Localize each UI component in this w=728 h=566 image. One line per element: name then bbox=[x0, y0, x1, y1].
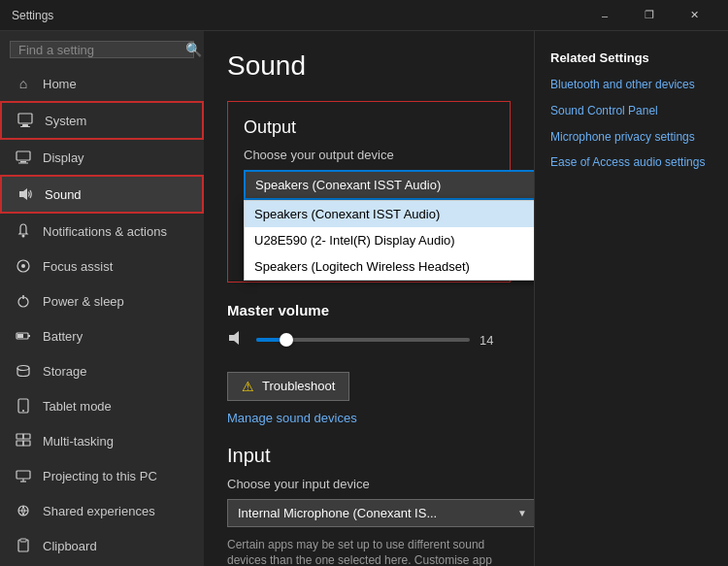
volume-row: 14 bbox=[227, 328, 511, 352]
sidebar-system-label: System bbox=[45, 114, 86, 128]
sidebar-item-notifications[interactable]: Notifications & actions bbox=[0, 214, 204, 249]
input-dropdown-value: Internal Microphone (Conexant IS... bbox=[238, 506, 437, 520]
titlebar-controls: – ❐ ✕ bbox=[582, 0, 716, 31]
notifications-icon bbox=[16, 223, 31, 239]
dropdown-option[interactable]: U28E590 (2- Intel(R) Display Audio) bbox=[245, 227, 534, 253]
svg-rect-2 bbox=[20, 126, 30, 127]
sidebar-display-label: Display bbox=[43, 150, 84, 165]
sidebar-item-projecting[interactable]: Projecting to this PC bbox=[0, 458, 204, 493]
sidebar-search-container[interactable]: 🔍 bbox=[10, 41, 194, 58]
titlebar: Settings – ❐ ✕ bbox=[0, 0, 728, 31]
svg-rect-3 bbox=[17, 151, 30, 160]
sidebar-sound-label: Sound bbox=[45, 187, 82, 202]
dropdown-selected-value[interactable]: Speakers (Conexant ISST Audio) ▼ bbox=[244, 170, 534, 200]
sound-icon bbox=[17, 186, 33, 202]
storage-icon bbox=[16, 363, 31, 379]
dropdown-option[interactable]: Speakers (Conexant ISST Audio) bbox=[245, 201, 534, 227]
main-content: Sound Output Choose your output device S… bbox=[204, 31, 534, 566]
power-icon bbox=[16, 293, 31, 309]
svg-point-7 bbox=[22, 235, 25, 238]
volume-icon bbox=[227, 328, 247, 352]
sidebar-focus-label: Focus assist bbox=[43, 259, 113, 274]
related-link-sound-control[interactable]: Sound Control Panel bbox=[550, 103, 712, 119]
close-button[interactable]: ✕ bbox=[672, 0, 716, 31]
sidebar-item-focus[interactable]: Focus assist bbox=[0, 249, 204, 283]
troubleshoot-label: Troubleshoot bbox=[262, 379, 335, 393]
related-link-bluetooth[interactable]: Bluetooth and other devices bbox=[550, 77, 712, 93]
sidebar-clipboard-label: Clipboard bbox=[43, 539, 97, 553]
svg-rect-1 bbox=[22, 124, 28, 126]
choose-output-label: Choose your output device bbox=[244, 148, 494, 162]
sidebar-item-display[interactable]: Display bbox=[0, 140, 204, 175]
shared-icon bbox=[16, 503, 31, 518]
svg-rect-20 bbox=[17, 441, 23, 446]
dropdown-options-list: Speakers (Conexant ISST Audio) U28E590 (… bbox=[244, 200, 534, 281]
multitasking-icon bbox=[16, 433, 31, 449]
svg-rect-14 bbox=[17, 334, 23, 338]
sidebar-item-shared[interactable]: Shared experiences bbox=[0, 493, 204, 528]
volume-value: 14 bbox=[480, 333, 499, 348]
search-icon: 🔍 bbox=[185, 42, 202, 57]
svg-marker-33 bbox=[229, 331, 239, 345]
svg-rect-22 bbox=[17, 471, 30, 479]
svg-point-9 bbox=[21, 264, 25, 268]
dropdown-option[interactable]: Speakers (Logitech Wireless Headset) bbox=[245, 253, 534, 280]
svg-rect-13 bbox=[28, 335, 30, 337]
sidebar-item-clipboard[interactable]: Clipboard bbox=[0, 528, 204, 563]
volume-slider-thumb[interactable] bbox=[280, 333, 293, 347]
svg-marker-6 bbox=[19, 188, 27, 200]
sidebar-battery-label: Battery bbox=[43, 329, 83, 344]
svg-rect-28 bbox=[20, 539, 26, 542]
sidebar-item-home[interactable]: ⌂ Home bbox=[0, 66, 204, 101]
tablet-icon bbox=[16, 398, 31, 414]
svg-rect-19 bbox=[23, 434, 30, 439]
master-volume-title: Master volume bbox=[227, 302, 511, 318]
clipboard-icon bbox=[16, 538, 31, 553]
battery-icon bbox=[16, 328, 31, 344]
search-input[interactable] bbox=[18, 43, 182, 57]
svg-rect-0 bbox=[18, 114, 32, 123]
sidebar-notifications-label: Notifications & actions bbox=[43, 224, 167, 239]
svg-rect-5 bbox=[18, 163, 28, 164]
sidebar-item-sound[interactable]: Sound bbox=[0, 175, 204, 214]
display-icon bbox=[16, 150, 31, 165]
master-volume-section: Master volume 14 bbox=[227, 302, 511, 352]
output-device-dropdown[interactable]: Speakers (Conexant ISST Audio) ▼ Speaker… bbox=[244, 170, 534, 200]
chevron-down-icon: ▼ bbox=[517, 508, 527, 518]
sidebar-item-battery[interactable]: Battery bbox=[0, 318, 204, 353]
related-link-ease-of-access[interactable]: Ease of Access audio settings bbox=[550, 154, 712, 171]
sidebar-shared-label: Shared experiences bbox=[43, 504, 155, 518]
related-settings-title: Related Settings bbox=[550, 50, 712, 65]
svg-rect-4 bbox=[20, 161, 26, 163]
output-section: Output Choose your output device Speaker… bbox=[227, 101, 511, 283]
choose-input-label: Choose your input device bbox=[227, 477, 511, 491]
sidebar-item-storage[interactable]: Storage bbox=[0, 353, 204, 388]
sidebar-nav: ⌂ Home System Display bbox=[0, 66, 204, 566]
sidebar-item-system[interactable]: System bbox=[0, 101, 204, 140]
sidebar-multitasking-label: Multi-tasking bbox=[43, 434, 114, 449]
sidebar-item-tablet[interactable]: Tablet mode bbox=[0, 388, 204, 423]
manage-sound-devices-link[interactable]: Manage sound devices bbox=[227, 411, 357, 425]
output-troubleshoot-button[interactable]: ⚠ Troubleshoot bbox=[227, 372, 349, 401]
svg-rect-21 bbox=[23, 441, 30, 446]
maximize-button[interactable]: ❐ bbox=[627, 0, 672, 31]
svg-point-17 bbox=[22, 410, 24, 412]
system-icon bbox=[17, 113, 33, 128]
sidebar-power-label: Power & sleep bbox=[43, 294, 124, 309]
input-title: Input bbox=[227, 445, 511, 467]
minimize-button[interactable]: – bbox=[582, 0, 627, 31]
warning-icon: ⚠ bbox=[242, 379, 254, 394]
svg-rect-18 bbox=[17, 434, 23, 439]
related-link-microphone-privacy[interactable]: Microphone privacy settings bbox=[550, 129, 712, 146]
volume-slider[interactable] bbox=[256, 338, 470, 342]
sidebar-item-power[interactable]: Power & sleep bbox=[0, 283, 204, 318]
sidebar-storage-label: Storage bbox=[43, 364, 87, 379]
sidebar-item-label: Home bbox=[43, 77, 77, 91]
sidebar: 🔍 ⌂ Home System Display bbox=[0, 31, 204, 566]
home-icon: ⌂ bbox=[16, 76, 31, 91]
svg-point-15 bbox=[17, 366, 29, 371]
sidebar-tablet-label: Tablet mode bbox=[43, 399, 112, 414]
input-device-dropdown[interactable]: Internal Microphone (Conexant IS... ▼ bbox=[227, 499, 534, 527]
sidebar-item-multitasking[interactable]: Multi-tasking bbox=[0, 423, 204, 458]
related-settings-panel: Related Settings Bluetooth and other dev… bbox=[534, 31, 728, 566]
